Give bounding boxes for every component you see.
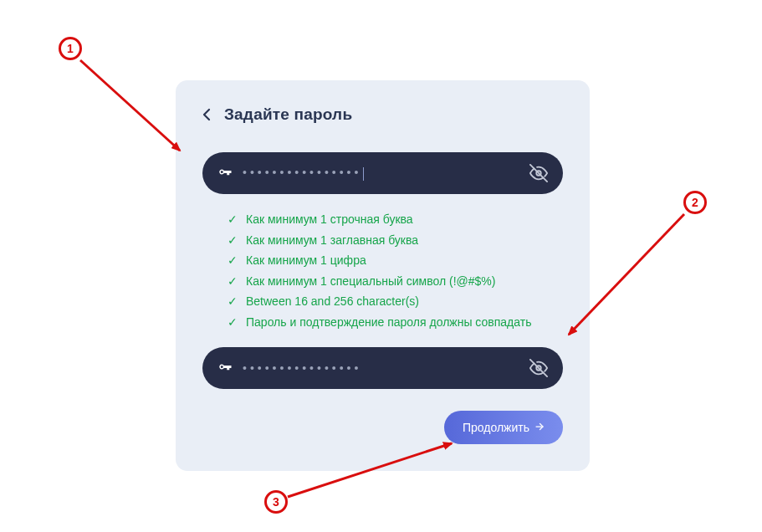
annotation-arrows <box>0 0 762 532</box>
svg-line-4 <box>569 214 684 335</box>
svg-line-5 <box>288 443 452 497</box>
svg-line-3 <box>80 60 180 151</box>
